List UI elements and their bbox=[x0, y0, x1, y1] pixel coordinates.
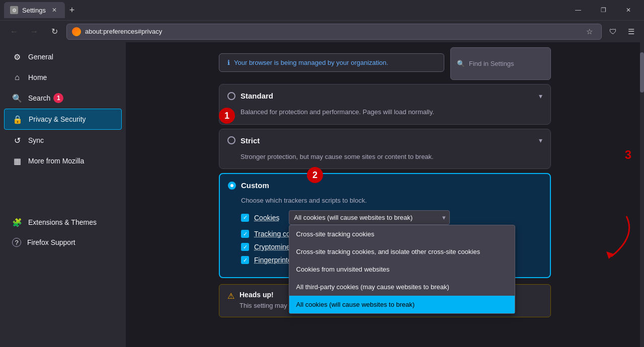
menu-button[interactable]: ☰ bbox=[624, 25, 638, 39]
reload-button[interactable]: ↻ bbox=[46, 24, 62, 40]
search-icon: 🔍 bbox=[12, 93, 22, 103]
custom-section: Custom Choose which trackers and scripts… bbox=[219, 173, 551, 278]
strict-radio[interactable] bbox=[227, 136, 235, 144]
sidebar-label-general: General bbox=[28, 53, 53, 61]
cryptominers-checkbox[interactable]: ✓ bbox=[241, 243, 249, 251]
tab-label: Settings bbox=[22, 7, 46, 14]
address-bar[interactable]: about:preferences#privacy ☆ bbox=[66, 24, 602, 40]
content-inner: ℹ Your browser is being managed by your … bbox=[209, 47, 561, 327]
tab-favicon: ⚙ bbox=[10, 6, 18, 14]
sidebar-label-home: Home bbox=[28, 73, 47, 81]
sidebar-label-support: Firefox Support bbox=[27, 238, 75, 246]
sidebar-item-sync[interactable]: ↺ Sync bbox=[4, 130, 122, 150]
managed-text: Your browser is being managed by your or… bbox=[234, 59, 388, 66]
custom-header[interactable]: Custom bbox=[220, 174, 550, 197]
bookmark-button[interactable]: ☆ bbox=[582, 25, 596, 39]
cookies-dropdown-menu: Cross-site tracking cookies Cross-site t… bbox=[289, 225, 515, 314]
search-badge: 1 bbox=[53, 93, 63, 103]
firefox-icon bbox=[72, 27, 81, 36]
cookies-label: Cookies bbox=[254, 214, 280, 222]
shield-button[interactable]: 🛡 bbox=[606, 25, 620, 39]
sidebar-item-privacy[interactable]: 🔒 Privacy & Security bbox=[4, 109, 122, 130]
managed-banner: ℹ Your browser is being managed by your … bbox=[219, 53, 444, 72]
standard-title: Standard bbox=[240, 92, 273, 100]
search-label-group: Search 1 bbox=[28, 93, 114, 103]
dropdown-option-1[interactable]: Cross-site tracking cookies bbox=[289, 225, 515, 243]
titlebar: ⚙ Settings ✕ + — ❐ ✕ bbox=[0, 0, 644, 20]
cookies-dropdown-wrapper: All cookies (will cause websites to brea… bbox=[289, 210, 450, 225]
standard-chevron: ▾ bbox=[539, 92, 542, 100]
settings-tab[interactable]: ⚙ Settings ✕ bbox=[4, 2, 65, 18]
sidebar-label-search: Search bbox=[28, 94, 50, 102]
tab-close-button[interactable]: ✕ bbox=[50, 6, 59, 15]
window-controls: — ❐ ✕ bbox=[567, 2, 640, 18]
cookies-dropdown-value: All cookies (will cause websites to brea… bbox=[294, 214, 413, 221]
sidebar-label-sync: Sync bbox=[28, 136, 44, 144]
top-bar: ℹ Your browser is being managed by your … bbox=[209, 47, 561, 80]
scrollbar-track[interactable] bbox=[640, 42, 644, 347]
navbar: ← → ↻ about:preferences#privacy ☆ 🛡 ☰ bbox=[0, 20, 644, 42]
dropdown-option-3[interactable]: Cookies from unvisited websites bbox=[289, 261, 515, 278]
address-text: about:preferences#privacy bbox=[85, 28, 578, 35]
tab-bar: ⚙ Settings ✕ + bbox=[4, 0, 562, 20]
custom-title: Custom bbox=[241, 181, 269, 190]
strict-chevron: ▾ bbox=[539, 136, 542, 144]
sidebar-item-mozilla[interactable]: ▦ More from Mozilla bbox=[4, 151, 122, 171]
custom-body: Choose which trackers and scripts to blo… bbox=[220, 197, 550, 277]
new-tab-button[interactable]: + bbox=[65, 3, 79, 17]
sidebar-item-support[interactable]: ? Firefox Support bbox=[4, 233, 122, 252]
sidebar-item-general[interactable]: ⚙ General bbox=[4, 47, 122, 67]
strict-header[interactable]: Strict ▾ bbox=[219, 129, 550, 152]
cookies-dropdown[interactable]: All cookies (will cause websites to brea… bbox=[289, 210, 450, 225]
strict-section: Strict ▾ Stronger protection, but may ca… bbox=[219, 129, 551, 169]
cookies-row: ✓ Cookies All cookies (will cause websit… bbox=[241, 210, 542, 225]
strict-desc: Stronger protection, but may cause some … bbox=[219, 152, 550, 169]
standard-desc: Balanced for protection and performance.… bbox=[219, 107, 550, 124]
sidebar: ⚙ General ⌂ Home 🔍 Search 1 🔒 Privacy & … bbox=[0, 42, 126, 347]
find-icon: 🔍 bbox=[457, 60, 465, 67]
chevron-down-icon: ▾ bbox=[442, 214, 446, 221]
standard-radio[interactable] bbox=[227, 92, 235, 100]
general-icon: ⚙ bbox=[12, 52, 22, 62]
annotation-3: 3 bbox=[625, 148, 631, 162]
mozilla-icon: ▦ bbox=[12, 156, 22, 166]
info-icon: ℹ bbox=[227, 59, 230, 66]
forward-button[interactable]: → bbox=[26, 24, 42, 40]
cookies-checkbox[interactable]: ✓ bbox=[241, 214, 249, 222]
back-button[interactable]: ← bbox=[6, 24, 22, 40]
sidebar-item-home[interactable]: ⌂ Home bbox=[4, 67, 122, 88]
close-button[interactable]: ✕ bbox=[617, 2, 640, 18]
restore-button[interactable]: ❐ bbox=[592, 2, 615, 18]
support-icon: ? bbox=[12, 238, 21, 247]
dropdown-option-2[interactable]: Cross-site tracking cookies, and isolate… bbox=[289, 243, 515, 261]
strict-title: Strict bbox=[240, 136, 260, 145]
dropdown-option-5[interactable]: All cookies (will cause websites to brea… bbox=[289, 296, 515, 313]
sidebar-item-search[interactable]: 🔍 Search 1 bbox=[4, 88, 122, 108]
sidebar-label-privacy: Privacy & Security bbox=[29, 115, 86, 123]
extensions-icon: 🧩 bbox=[12, 217, 22, 227]
scrollbar-thumb[interactable] bbox=[640, 52, 644, 93]
standard-header[interactable]: Standard ▾ bbox=[219, 84, 550, 107]
content-area: ℹ Your browser is being managed by your … bbox=[126, 42, 644, 347]
dropdown-option-4[interactable]: All third-party cookies (may cause websi… bbox=[289, 278, 515, 296]
minimize-button[interactable]: — bbox=[567, 2, 590, 18]
standard-section: Standard ▾ Balanced for protection and p… bbox=[219, 84, 551, 125]
sidebar-label-extensions: Extensions & Themes bbox=[28, 218, 97, 226]
find-placeholder: Find in Settings bbox=[469, 60, 514, 67]
annotation-1: 1 bbox=[219, 108, 235, 124]
privacy-icon: 🔒 bbox=[13, 114, 23, 124]
fingerprinters-checkbox[interactable]: ✓ bbox=[241, 256, 249, 264]
custom-radio[interactable] bbox=[228, 182, 236, 190]
find-in-settings[interactable]: 🔍 Find in Settings bbox=[450, 47, 551, 80]
annotation-2: 2 bbox=[307, 167, 323, 183]
tracking-checkbox[interactable]: ✓ bbox=[241, 230, 249, 238]
warning-icon: ⚠ bbox=[227, 291, 234, 311]
sidebar-label-mozilla: More from Mozilla bbox=[28, 157, 84, 165]
arrow-3 bbox=[596, 211, 636, 262]
sidebar-item-extensions[interactable]: 🧩 Extensions & Themes bbox=[4, 212, 122, 232]
main-layout: ⚙ General ⌂ Home 🔍 Search 1 🔒 Privacy & … bbox=[0, 42, 644, 347]
home-icon: ⌂ bbox=[12, 72, 22, 82]
sync-icon: ↺ bbox=[12, 135, 22, 145]
choose-text: Choose which trackers and scripts to blo… bbox=[241, 197, 542, 204]
